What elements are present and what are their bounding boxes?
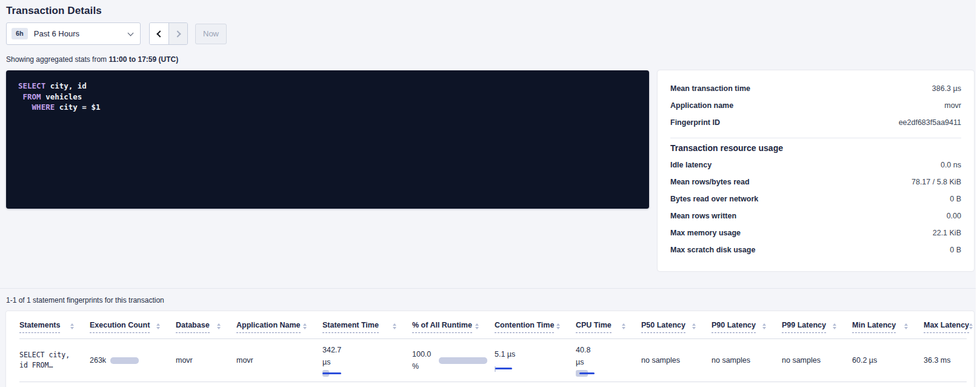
aggregated-stats-note: Showing aggregated stats from 11:00 to 1… (6, 55, 974, 64)
column-header-p50-latency: P50 Latency (641, 311, 712, 338)
sql-line: WHERE city = $1 (18, 102, 637, 113)
time-range-label: Past 6 Hours (34, 29, 128, 38)
column-header-label[interactable]: Application Name (236, 321, 301, 333)
cell-statement-time: 342.7 µs (322, 339, 412, 382)
cell-p90-latency: no samples (712, 351, 782, 369)
chevron-down-icon (128, 30, 134, 36)
resource-row-mean-rows-bytes-read: Mean rows/bytes read 78.17 / 5.8 KiB (670, 173, 961, 190)
sql-text: city, id (45, 81, 87, 90)
column-header-statement-time: Statement Time (322, 311, 412, 338)
execution-count-value: 263k (90, 356, 106, 365)
column-header-database: Database (176, 311, 236, 338)
statements-table-panel: Statements Execution Count Database Appl… (6, 311, 974, 387)
sql-indent (18, 92, 23, 101)
sql-keyword: SELECT (18, 81, 45, 90)
column-header-p99-latency: P99 Latency (782, 311, 852, 338)
kv-value: 0 B (950, 246, 961, 254)
kv-label: Mean rows/bytes read (670, 178, 750, 186)
column-header-label[interactable]: Execution Count (90, 321, 150, 333)
sort-icon[interactable] (833, 323, 836, 329)
sort-icon[interactable] (156, 323, 160, 329)
sql-line: SELECT city, id (18, 81, 637, 92)
cpu-time-bar (576, 370, 604, 377)
scrollbar-track[interactable] (976, 0, 980, 387)
sql-keyword: FROM (23, 92, 41, 101)
column-header-p90-latency: P90 Latency (712, 311, 782, 338)
kv-value: 386.3 µs (932, 84, 961, 93)
cell-application-name: movr (236, 351, 322, 369)
previous-interval-button[interactable] (150, 23, 168, 44)
sort-icon[interactable] (692, 323, 696, 329)
resource-row-bytes-read-over-network: Bytes read over network 0 B (670, 190, 961, 207)
aggregated-stats-range: 11:00 to 17:59 (UTC) (108, 55, 178, 64)
column-header-label[interactable]: P99 Latency (782, 321, 826, 333)
sort-icon[interactable] (70, 323, 74, 329)
panel-divider (670, 138, 961, 138)
percent-runtime-value: 100.0 % (412, 348, 438, 372)
sort-icon[interactable] (217, 323, 221, 329)
column-header-label[interactable]: Statement Time (322, 321, 379, 333)
column-header-statements: Statements (19, 311, 90, 338)
column-header-max-latency: Max Latency (924, 311, 967, 338)
column-header-label[interactable]: Contention Time (495, 321, 554, 333)
column-header-label[interactable]: CPU Time (576, 321, 612, 333)
cell-database: movr (176, 351, 236, 369)
sort-icon[interactable] (762, 323, 766, 329)
statement-time-bar (322, 370, 348, 377)
sql-keyword: WHERE (32, 103, 55, 112)
summary-row-mean-transaction-time: Mean transaction time 386.3 µs (670, 80, 961, 97)
sort-icon[interactable] (904, 323, 908, 329)
time-range-dropdown[interactable]: 6h Past 6 Hours (6, 22, 141, 45)
kv-label: Idle latency (670, 161, 712, 169)
cell-max-latency: 36.3 ms (924, 351, 967, 369)
column-header-label[interactable]: Database (176, 321, 210, 333)
column-header-application-name: Application Name (236, 311, 322, 338)
sort-icon[interactable] (303, 323, 307, 329)
chevron-right-icon (174, 30, 181, 37)
column-header-label[interactable]: P90 Latency (712, 321, 756, 333)
time-range-badge: 6h (12, 28, 28, 39)
kv-value: 0.00 (947, 212, 961, 220)
kv-value: 0.0 ns (941, 161, 961, 169)
sql-line: FROM vehicles (18, 92, 637, 103)
statement-time-value: 342.7 µs (322, 344, 348, 368)
column-header-label[interactable]: P50 Latency (641, 321, 685, 333)
column-header-label[interactable]: Max Latency (924, 321, 969, 333)
resource-row-idle-latency: Idle latency 0.0 ns (670, 156, 961, 173)
cpu-time-value: 40.8 µs (576, 344, 596, 368)
kv-value: 78.17 / 5.8 KiB (912, 178, 961, 186)
kv-label: Bytes read over network (670, 195, 758, 203)
cell-execution-count: 263k (90, 351, 176, 369)
statements-table-header: Statements Execution Count Database Appl… (19, 311, 967, 339)
sql-indent (18, 103, 32, 112)
statement-time-bar-line (322, 372, 341, 374)
now-button[interactable]: Now (195, 24, 227, 44)
contention-time-bar (495, 366, 531, 372)
column-header-label[interactable]: Min Latency (852, 321, 896, 333)
cell-p50-latency: no samples (641, 351, 712, 369)
sql-text: vehicles (41, 92, 82, 101)
cell-p99-latency: no samples (782, 351, 852, 369)
sort-icon[interactable] (622, 323, 625, 329)
sort-icon[interactable] (556, 323, 560, 329)
kv-label: Fingerprint ID (670, 118, 720, 127)
next-interval-button[interactable] (168, 23, 187, 44)
kv-value: movr (944, 101, 961, 110)
statement-fingerprint-link[interactable]: SELECT city, id FROM… (19, 345, 90, 375)
execution-count-bar (110, 357, 139, 364)
summary-row-fingerprint-id: Fingerprint ID ee2df683f5aa9411 (670, 114, 961, 131)
fingerprints-count-note: 1-1 of 1 statement fingerprints for this… (6, 296, 974, 305)
sort-icon[interactable] (475, 323, 479, 329)
sort-icon[interactable] (969, 323, 973, 329)
column-header-label[interactable]: % of All Runtime (412, 321, 472, 333)
kv-label: Application name (670, 101, 733, 110)
kv-label: Max memory usage (670, 229, 741, 237)
time-controls: 6h Past 6 Hours Now (6, 22, 974, 45)
kv-value: 0 B (950, 195, 961, 203)
sort-icon[interactable] (393, 323, 396, 329)
cpu-time-bar-line (579, 372, 595, 374)
resource-row-mean-rows-written: Mean rows written 0.00 (670, 207, 961, 224)
kv-label: Max scratch disk usage (670, 246, 755, 254)
aggregated-stats-prefix: Showing aggregated stats from (6, 55, 108, 64)
column-header-label[interactable]: Statements (19, 321, 60, 333)
